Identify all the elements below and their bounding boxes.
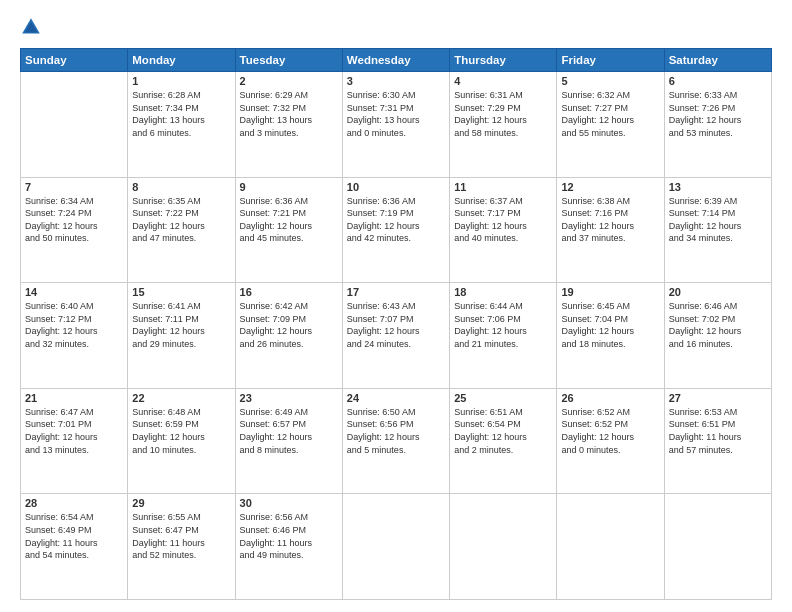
cell-info-text: Daylight: 12 hours [25,325,123,338]
cell-info-text: Sunset: 7:24 PM [25,207,123,220]
cell-info-text: Daylight: 12 hours [347,220,445,233]
cell-info-text: Sunset: 6:57 PM [240,418,338,431]
day-number: 25 [454,392,552,404]
cell-info-text: Sunrise: 6:46 AM [669,300,767,313]
weekday-header-wednesday: Wednesday [342,49,449,72]
calendar-cell: 2Sunrise: 6:29 AMSunset: 7:32 PMDaylight… [235,72,342,178]
cell-info-text: Sunset: 7:09 PM [240,313,338,326]
calendar-cell: 8Sunrise: 6:35 AMSunset: 7:22 PMDaylight… [128,177,235,283]
calendar-cell: 19Sunrise: 6:45 AMSunset: 7:04 PMDayligh… [557,283,664,389]
logo-icon [20,16,42,38]
calendar-cell: 26Sunrise: 6:52 AMSunset: 6:52 PMDayligh… [557,388,664,494]
cell-info-text: Sunset: 7:26 PM [669,102,767,115]
cell-info-text: and 40 minutes. [454,232,552,245]
cell-info-text: Daylight: 12 hours [132,431,230,444]
calendar-cell: 4Sunrise: 6:31 AMSunset: 7:29 PMDaylight… [450,72,557,178]
weekday-header-row: SundayMondayTuesdayWednesdayThursdayFrid… [21,49,772,72]
day-number: 18 [454,286,552,298]
cell-info-text: Sunrise: 6:51 AM [454,406,552,419]
cell-info-text: Sunset: 7:07 PM [347,313,445,326]
day-number: 17 [347,286,445,298]
week-row-2: 7Sunrise: 6:34 AMSunset: 7:24 PMDaylight… [21,177,772,283]
cell-info-text: and 24 minutes. [347,338,445,351]
cell-info-text: Sunset: 7:01 PM [25,418,123,431]
cell-info-text: Sunset: 6:47 PM [132,524,230,537]
cell-info-text: and 21 minutes. [454,338,552,351]
cell-info-text: Sunrise: 6:30 AM [347,89,445,102]
day-number: 11 [454,181,552,193]
cell-info-text: Sunset: 7:04 PM [561,313,659,326]
cell-info-text: Sunrise: 6:39 AM [669,195,767,208]
cell-info-text: Daylight: 12 hours [669,220,767,233]
cell-info-text: and 26 minutes. [240,338,338,351]
cell-info-text: Sunrise: 6:37 AM [454,195,552,208]
header [20,16,772,38]
calendar-cell: 25Sunrise: 6:51 AMSunset: 6:54 PMDayligh… [450,388,557,494]
day-number: 19 [561,286,659,298]
cell-info-text: Sunset: 7:27 PM [561,102,659,115]
day-number: 7 [25,181,123,193]
cell-info-text: Sunrise: 6:41 AM [132,300,230,313]
cell-info-text: Sunrise: 6:48 AM [132,406,230,419]
calendar: SundayMondayTuesdayWednesdayThursdayFrid… [20,48,772,600]
calendar-cell: 10Sunrise: 6:36 AMSunset: 7:19 PMDayligh… [342,177,449,283]
cell-info-text: Daylight: 12 hours [240,431,338,444]
calendar-cell: 9Sunrise: 6:36 AMSunset: 7:21 PMDaylight… [235,177,342,283]
calendar-cell: 24Sunrise: 6:50 AMSunset: 6:56 PMDayligh… [342,388,449,494]
cell-info-text: Sunset: 7:22 PM [132,207,230,220]
cell-info-text: Sunrise: 6:35 AM [132,195,230,208]
calendar-cell: 21Sunrise: 6:47 AMSunset: 7:01 PMDayligh… [21,388,128,494]
day-number: 9 [240,181,338,193]
cell-info-text: and 49 minutes. [240,549,338,562]
cell-info-text: Daylight: 12 hours [561,220,659,233]
calendar-cell: 27Sunrise: 6:53 AMSunset: 6:51 PMDayligh… [664,388,771,494]
cell-info-text: Daylight: 12 hours [240,220,338,233]
cell-info-text: and 45 minutes. [240,232,338,245]
day-number: 26 [561,392,659,404]
cell-info-text: Sunrise: 6:56 AM [240,511,338,524]
calendar-cell: 13Sunrise: 6:39 AMSunset: 7:14 PMDayligh… [664,177,771,283]
cell-info-text: and 2 minutes. [454,444,552,457]
cell-info-text: Sunrise: 6:44 AM [454,300,552,313]
cell-info-text: Sunset: 7:19 PM [347,207,445,220]
cell-info-text: and 10 minutes. [132,444,230,457]
calendar-cell: 29Sunrise: 6:55 AMSunset: 6:47 PMDayligh… [128,494,235,600]
cell-info-text: Sunset: 7:21 PM [240,207,338,220]
calendar-cell: 3Sunrise: 6:30 AMSunset: 7:31 PMDaylight… [342,72,449,178]
cell-info-text: Sunset: 7:17 PM [454,207,552,220]
cell-info-text: Sunrise: 6:33 AM [669,89,767,102]
cell-info-text: Daylight: 12 hours [240,325,338,338]
day-number: 3 [347,75,445,87]
calendar-cell: 17Sunrise: 6:43 AMSunset: 7:07 PMDayligh… [342,283,449,389]
cell-info-text: Sunset: 6:52 PM [561,418,659,431]
cell-info-text: Sunset: 7:06 PM [454,313,552,326]
cell-info-text: Daylight: 13 hours [240,114,338,127]
cell-info-text: Daylight: 12 hours [132,325,230,338]
cell-info-text: Sunrise: 6:50 AM [347,406,445,419]
cell-info-text: Daylight: 12 hours [561,114,659,127]
cell-info-text: Sunset: 7:12 PM [25,313,123,326]
cell-info-text: and 34 minutes. [669,232,767,245]
cell-info-text: and 47 minutes. [132,232,230,245]
cell-info-text: Daylight: 12 hours [454,325,552,338]
cell-info-text: and 52 minutes. [132,549,230,562]
cell-info-text: Daylight: 12 hours [454,114,552,127]
cell-info-text: Sunset: 7:29 PM [454,102,552,115]
day-number: 20 [669,286,767,298]
weekday-header-tuesday: Tuesday [235,49,342,72]
cell-info-text: Sunrise: 6:52 AM [561,406,659,419]
cell-info-text: Sunrise: 6:36 AM [347,195,445,208]
cell-info-text: Sunset: 6:54 PM [454,418,552,431]
cell-info-text: Sunrise: 6:47 AM [25,406,123,419]
day-number: 14 [25,286,123,298]
calendar-cell: 1Sunrise: 6:28 AMSunset: 7:34 PMDaylight… [128,72,235,178]
week-row-3: 14Sunrise: 6:40 AMSunset: 7:12 PMDayligh… [21,283,772,389]
day-number: 13 [669,181,767,193]
cell-info-text: Sunrise: 6:49 AM [240,406,338,419]
cell-info-text: Sunrise: 6:43 AM [347,300,445,313]
calendar-cell: 20Sunrise: 6:46 AMSunset: 7:02 PMDayligh… [664,283,771,389]
cell-info-text: Daylight: 11 hours [25,537,123,550]
cell-info-text: Daylight: 12 hours [347,431,445,444]
calendar-cell [557,494,664,600]
day-number: 30 [240,497,338,509]
